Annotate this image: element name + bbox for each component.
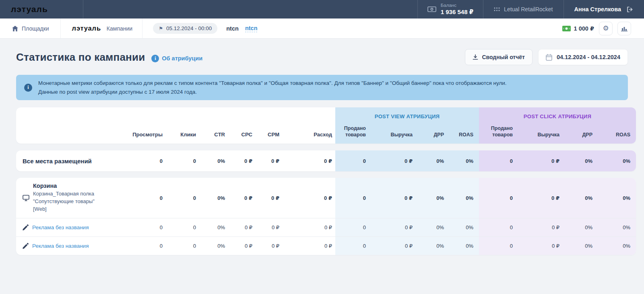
cell-clicks: 0	[163, 150, 196, 171]
col-header-pc-roas: ROAS	[592, 132, 636, 138]
cell-pc-revenue: 0 ₽	[513, 150, 559, 171]
cell-pc-sold: 0	[479, 178, 513, 218]
cell-pc-revenue: 0 ₽	[513, 218, 559, 236]
cell-ctr: 0%	[196, 150, 225, 171]
cell-clicks: 0	[163, 237, 196, 255]
cell-cpc: 0 ₽	[225, 178, 252, 218]
breadcrumb-link[interactable]: ntcn	[245, 25, 258, 32]
cell-pc-drr: 0%	[559, 178, 592, 218]
ad-metrics: Реклама без названия 0 0 0% 0 ₽ 0 ₽ 0 ₽	[16, 237, 335, 255]
summary-report-button[interactable]: Сводный отчёт	[465, 49, 533, 65]
cell-cpm: 0 ₽	[252, 218, 279, 236]
statistics-table: Просмотры Клики CTR CPC CPM Расход POST …	[16, 107, 636, 255]
pencil-icon[interactable]	[23, 224, 29, 230]
topbar-spacer	[83, 0, 417, 19]
cell-cpm: 0 ₽	[252, 150, 279, 171]
cell-pc-roas: 0%	[592, 237, 636, 255]
notice-line-2: Данные по post view атрибуции доступны с…	[38, 88, 507, 97]
cell-pv-sold: 0	[335, 150, 366, 171]
placement-group-card: Корзина Корзина_Товарная полка "Сопутств…	[16, 178, 636, 255]
org-switcher[interactable]: Letual RetailRocket	[483, 0, 563, 19]
col-header-cpc: CPC	[225, 132, 252, 138]
post-click-columns: Продано товаров Выручка ДРР ROAS	[479, 119, 636, 144]
balance-label: Баланс	[441, 2, 473, 8]
info-icon: i	[24, 84, 32, 92]
cell-pc-drr: 0%	[559, 218, 592, 236]
col-header-clicks: Клики	[163, 132, 196, 138]
cell-pc-roas: 0%	[592, 178, 636, 218]
cell-pv-revenue: 0 ₽	[366, 218, 413, 236]
banknote-outline-icon	[427, 6, 436, 12]
post-view-columns: Продано товаров Выручка ДРР ROAS	[335, 119, 479, 144]
user-section: Анна Стрелкова	[564, 0, 644, 19]
subnav-right-group: 1 000 ₽ ⚙	[562, 22, 631, 35]
cell-spend: 0 ₽	[279, 237, 335, 255]
statistics-button[interactable]	[617, 22, 631, 35]
logout-icon[interactable]	[627, 6, 634, 12]
summary-metrics: Все места размещений 0 0 0% 0 ₽ 0 ₽ 0 ₽	[16, 150, 335, 171]
placement-text: Корзина Корзина_Товарная полка "Сопутств…	[33, 183, 101, 213]
cell-pv-revenue: 0 ₽	[366, 237, 413, 255]
settings-button[interactable]: ⚙	[599, 22, 613, 35]
cell-pv-roas: 0%	[444, 178, 479, 218]
pencil-icon[interactable]	[23, 243, 29, 249]
cell-pc-revenue: 0 ₽	[513, 237, 559, 255]
table-row-placement: Корзина Корзина_Товарная полка "Сопутств…	[16, 178, 636, 218]
cell-pv-roas: 0%	[444, 218, 479, 236]
top-bar: лэтуаль Баланс 1 936 548 ₽ Letual Retail…	[0, 0, 644, 19]
breadcrumb-current: ntcn	[226, 25, 239, 32]
cell-ctr: 0%	[196, 178, 225, 218]
balance-section[interactable]: Баланс 1 936 548 ₽	[417, 0, 483, 19]
ad-name-link[interactable]: Реклама без названия	[32, 243, 89, 249]
cell-views: 0	[126, 218, 163, 236]
divider	[60, 19, 61, 38]
cell-pv-revenue: 0 ₽	[366, 150, 413, 171]
col-header-spend: Расход	[279, 132, 335, 138]
col-header-pv-roas: ROAS	[444, 132, 479, 138]
placement-post-view-cells: 0 0 ₽ 0% 0%	[335, 178, 479, 218]
table-row-ad: Реклама без названия 0 0 0% 0 ₽ 0 ₽ 0 ₽ …	[16, 236, 636, 255]
flag-icon: ⚑	[159, 26, 163, 31]
table-row-ad: Реклама без названия 0 0 0% 0 ₽ 0 ₽ 0 ₽ …	[16, 218, 636, 236]
ad-post-click-cells: 0 0 ₽ 0% 0%	[479, 237, 636, 255]
wallet-value: 1 000 ₽	[574, 25, 594, 32]
ad-name-link[interactable]: Реклама без названия	[32, 224, 89, 230]
cell-cpc: 0 ₽	[225, 237, 252, 255]
col-header-pc-revenue: Выручка	[513, 132, 559, 138]
cell-views: 0	[126, 178, 163, 218]
campaign-datetime-chip[interactable]: ⚑ 05.12.2024 - 00:00	[153, 23, 217, 34]
ad-label-cell: Реклама без названия	[16, 237, 126, 255]
cell-views: 0	[126, 237, 163, 255]
calendar-icon	[546, 54, 552, 61]
summary-label-cell: Все места размещений	[16, 150, 126, 171]
org-name: Letual RetailRocket	[504, 6, 553, 12]
col-header-pv-drr: ДРР	[413, 132, 444, 138]
cell-pc-drr: 0%	[559, 150, 592, 171]
cell-cpm: 0 ₽	[252, 237, 279, 255]
cell-cpc: 0 ₽	[225, 150, 252, 171]
cell-clicks: 0	[163, 218, 196, 236]
date-range-picker[interactable]: 04.12.2024 - 04.12.2024	[538, 49, 628, 65]
title-actions: Сводный отчёт 04.12.2024 - 04.12.2024	[465, 49, 628, 65]
nav-brand-logo[interactable]: лэтуаль	[72, 25, 101, 32]
bar-chart-icon	[621, 26, 627, 31]
placement-post-click-cells: 0 0 ₽ 0% 0%	[479, 178, 636, 218]
main-content: Статистика по кампании i Об атрибуции Св…	[0, 39, 644, 255]
notice-line-1: Монетарные метрики собираются только для…	[38, 79, 507, 88]
post-view-attribution-header: POST VIEW АТРИБУЦИЯ Продано товаров Выру…	[335, 107, 479, 144]
summary-post-view-cells: 0 0 ₽ 0% 0%	[335, 150, 479, 171]
table-header: Просмотры Клики CTR CPC CPM Расход POST …	[16, 107, 636, 144]
metric-headers-section: Просмотры Клики CTR CPC CPM Расход	[16, 107, 335, 144]
about-attribution-link[interactable]: i Об атрибуции	[151, 55, 202, 62]
col-header-pv-revenue: Выручка	[366, 132, 413, 138]
brand-logo-container[interactable]: лэтуаль	[0, 0, 83, 19]
summary-post-click-cells: 0 0 ₽ 0% 0%	[479, 150, 636, 171]
cell-pc-revenue: 0 ₽	[513, 178, 559, 218]
sub-navigation-bar: Площадки лэтуаль Кампании ⚑ 05.12.2024 -…	[0, 19, 644, 39]
col-header-pc-drr: ДРР	[559, 132, 592, 138]
nav-campaigns-label[interactable]: Кампании	[107, 25, 132, 32]
cell-ctr: 0%	[196, 237, 225, 255]
nav-platforms[interactable]: Площадки	[12, 25, 49, 32]
monitor-icon	[23, 195, 29, 201]
cell-cpc: 0 ₽	[225, 218, 252, 236]
